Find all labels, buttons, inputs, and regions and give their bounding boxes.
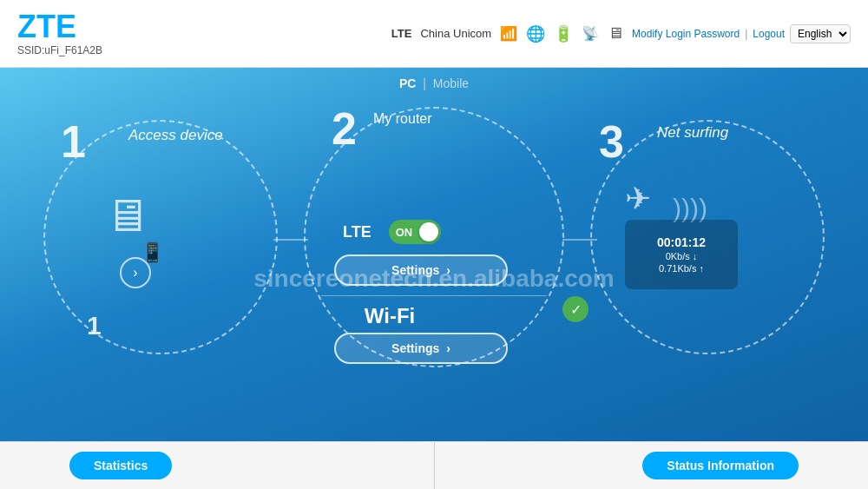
statistics-button[interactable]: Statistics <box>69 452 172 479</box>
signal-bars-icon: 📶 <box>500 25 517 42</box>
step3-number: 3 <box>599 116 624 168</box>
signal-waves-icon: )))) <box>673 194 707 223</box>
globe-icon: 🌐 <box>526 24 545 43</box>
net-surfing-label: Net surfing <box>657 124 728 142</box>
lte-row: LTE ON <box>343 220 441 244</box>
carrier-label: China Unicom <box>420 27 491 40</box>
toggle-knob <box>419 222 438 241</box>
header-links: Modify Login Password | Logout English 中… <box>632 24 851 43</box>
header-right: LTE China Unicom 📶 🌐 🔋 📡 🖥 Modify Login … <box>391 24 851 43</box>
wifi-settings-button[interactable]: Settings › <box>334 333 508 364</box>
upload-speed: 0.71Kb/s ↑ <box>659 263 704 274</box>
my-router-label: My router <box>373 111 432 127</box>
step1-number: 1 <box>61 116 86 168</box>
paper-plane-icon: ✈ <box>625 181 651 217</box>
screen-icon: 🖥 <box>608 24 623 43</box>
connector-left-center <box>273 239 308 241</box>
header: ZTE SSID:uFi_F61A2B LTE China Unicom 📶 🌐… <box>0 0 868 68</box>
modify-login-link[interactable]: Modify Login Password <box>632 28 740 40</box>
footer-bar: Statistics Status Information <box>0 441 868 489</box>
section-divider <box>321 295 547 296</box>
language-select[interactable]: English 中文 <box>790 24 851 43</box>
step1-bottom-number: 1 <box>87 311 102 340</box>
speed-info-box: 00:01:12 0Kb/s ↓ 0.71Kb/s ↑ <box>625 220 738 289</box>
lte-toggle[interactable]: ON <box>389 220 441 244</box>
left-navigate-button[interactable]: › <box>120 257 151 288</box>
view-tabs: PC | Mobile <box>399 76 469 90</box>
toggle-on-label: ON <box>396 226 413 239</box>
wifi-label: Wi-Fi <box>365 304 415 328</box>
step2-number: 2 <box>332 102 357 155</box>
ssid-label: SSID:uFi_F61A2B <box>17 44 102 56</box>
lte-settings-button[interactable]: Settings › <box>334 254 508 286</box>
pc-tab[interactable]: PC <box>399 76 416 90</box>
connection-check-icon: ✓ <box>562 296 589 322</box>
main-area: PC | Mobile sincereonetech.en.alibaba.co… <box>0 68 868 489</box>
mobile-tab[interactable]: Mobile <box>433 76 469 90</box>
download-speed: 0Kb/s ↓ <box>666 251 698 261</box>
battery-icon: 🔋 <box>554 24 573 43</box>
status-info-button[interactable]: Status Information <box>642 452 799 479</box>
access-device-label: Access device <box>128 127 223 144</box>
footer-divider <box>434 442 435 489</box>
logout-link[interactable]: Logout <box>753 28 785 40</box>
logo-area: ZTE SSID:uFi_F61A2B <box>17 11 102 56</box>
monitor-icon: 🖥 <box>104 189 149 241</box>
lte-text: LTE <box>343 223 372 241</box>
tab-separator: | <box>423 76 426 90</box>
logo: ZTE <box>17 11 102 43</box>
lte-indicator: LTE <box>391 27 412 40</box>
wifi-icon: 📡 <box>582 25 599 42</box>
connection-time: 00:01:12 <box>657 235 706 249</box>
